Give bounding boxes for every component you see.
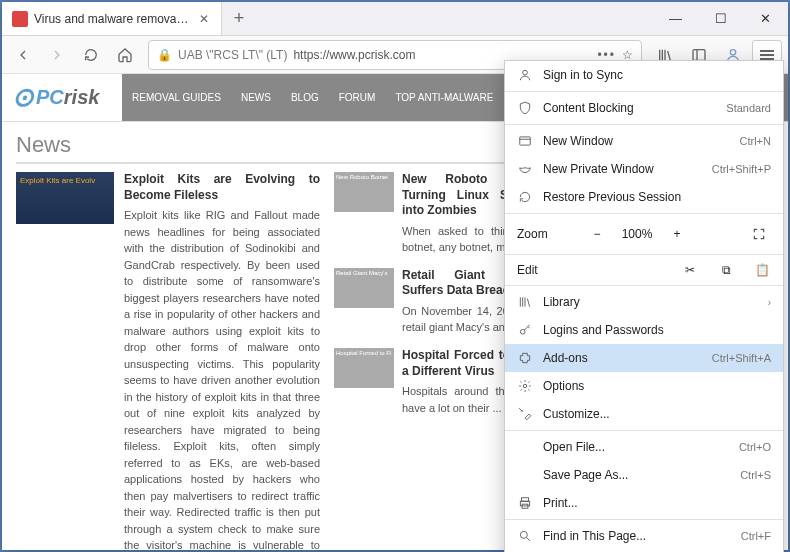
menu-print[interactable]: Print...	[505, 489, 783, 517]
article-title[interactable]: Exploit Kits are Evolving to Become File…	[124, 172, 320, 203]
svg-rect-3	[520, 137, 531, 145]
nav-link[interactable]: NEWS	[231, 92, 281, 103]
window-icon	[517, 133, 533, 149]
svg-point-5	[523, 384, 527, 388]
cut-icon[interactable]: ✂	[681, 263, 699, 277]
paste-icon[interactable]: 📋	[753, 263, 771, 277]
paint-icon	[517, 406, 533, 422]
print-icon	[517, 495, 533, 511]
puzzle-icon	[517, 350, 533, 366]
news-heading: News	[16, 132, 544, 164]
nav-link[interactable]: FORUM	[329, 92, 386, 103]
article-body: Exploit kits like RIG and Fallout made n…	[124, 209, 320, 550]
lock-icon: 🔒	[157, 48, 172, 62]
svg-rect-6	[522, 498, 529, 502]
menu-logins[interactable]: Logins and Passwords	[505, 316, 783, 344]
menu-open-file[interactable]: Open File... Ctrl+O	[505, 433, 783, 461]
home-button[interactable]	[110, 40, 140, 70]
svg-point-4	[520, 329, 525, 334]
cert-label: UAB \"RCS LT\" (LT)	[178, 48, 287, 62]
nav-link[interactable]: BLOG	[281, 92, 329, 103]
hamburger-menu: Sign in to Sync Content Blocking Standar…	[504, 60, 784, 552]
article-thumb[interactable]: Retail Giant Macy's	[334, 268, 394, 308]
reload-button[interactable]	[76, 40, 106, 70]
menu-find[interactable]: Find in This Page... Ctrl+F	[505, 522, 783, 550]
minimize-button[interactable]: —	[653, 2, 698, 35]
chevron-right-icon: ›	[768, 297, 771, 308]
zoom-in-button[interactable]: +	[665, 222, 689, 246]
menu-library[interactable]: Library ›	[505, 288, 783, 316]
menu-zoom: Zoom − 100% +	[505, 216, 783, 252]
article-thumb[interactable]: New Roboto Botnet	[334, 172, 394, 212]
zoom-out-button[interactable]: −	[585, 222, 609, 246]
window-close-button[interactable]: ✕	[743, 2, 788, 35]
menu-customize[interactable]: Customize...	[505, 400, 783, 428]
tab-close-button[interactable]: ✕	[197, 12, 211, 26]
menu-new-private[interactable]: New Private Window Ctrl+Shift+P	[505, 155, 783, 183]
forward-button[interactable]	[42, 40, 72, 70]
mask-icon	[517, 161, 533, 177]
menu-new-window[interactable]: New Window Ctrl+N	[505, 127, 783, 155]
new-tab-button[interactable]: +	[222, 2, 256, 35]
svg-point-2	[523, 70, 528, 75]
maximize-button[interactable]: ☐	[698, 2, 743, 35]
svg-point-9	[520, 531, 527, 538]
site-logo[interactable]: ⊙ PCrisk	[2, 82, 122, 113]
shield-icon	[517, 100, 533, 116]
favicon	[12, 11, 28, 27]
menu-save-page[interactable]: Save Page As... Ctrl+S	[505, 461, 783, 489]
key-icon	[517, 322, 533, 338]
article-thumb[interactable]: Exploit Kits are Evolv	[16, 172, 114, 224]
fullscreen-button[interactable]	[747, 222, 771, 246]
search-icon	[517, 528, 533, 544]
back-button[interactable]	[8, 40, 38, 70]
account-icon	[517, 67, 533, 83]
browser-tab[interactable]: Virus and malware removal ins ✕	[2, 2, 222, 35]
menu-addons[interactable]: Add-ons Ctrl+Shift+A	[505, 344, 783, 372]
restore-icon	[517, 189, 533, 205]
menu-edit: Edit ✂ ⧉ 📋	[505, 257, 783, 283]
nav-link[interactable]: TOP ANTI-MALWARE	[385, 92, 503, 103]
menu-content-blocking[interactable]: Content Blocking Standard	[505, 94, 783, 122]
tab-title: Virus and malware removal ins	[34, 12, 191, 26]
menu-signin[interactable]: Sign in to Sync	[505, 61, 783, 89]
svg-point-1	[730, 49, 735, 54]
menu-restore-session[interactable]: Restore Previous Session	[505, 183, 783, 211]
zoom-value: 100%	[617, 227, 657, 241]
svg-rect-0	[693, 49, 705, 60]
article-thumb[interactable]: Hospital Forced to Fi	[334, 348, 394, 388]
gear-icon	[517, 378, 533, 394]
titlebar: Virus and malware removal ins ✕ + — ☐ ✕	[2, 2, 788, 36]
menu-options[interactable]: Options	[505, 372, 783, 400]
nav-link[interactable]: REMOVAL GUIDES	[122, 92, 231, 103]
copy-icon[interactable]: ⧉	[717, 263, 735, 277]
library-icon	[517, 294, 533, 310]
